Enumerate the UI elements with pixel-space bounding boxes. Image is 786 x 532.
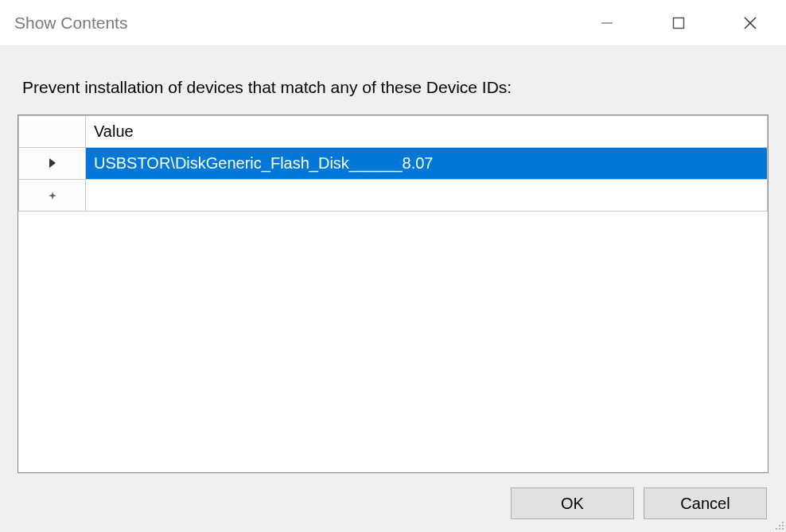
svg-marker-4 — [49, 158, 56, 168]
grid-header-row: Value — [19, 116, 768, 148]
window-controls — [571, 0, 786, 45]
instruction-label: Prevent installation of devices that mat… — [22, 78, 768, 97]
svg-point-6 — [782, 522, 784, 523]
close-icon — [742, 15, 758, 31]
minimize-button[interactable] — [571, 0, 643, 45]
svg-point-9 — [776, 528, 777, 530]
grid-row[interactable]: USBSTOR\DiskGeneric_Flash_Disk______8.07 — [19, 148, 768, 180]
dialog-buttons: OK Cancel — [18, 473, 768, 519]
grid-column-value[interactable]: Value — [86, 116, 768, 148]
minimize-icon — [600, 16, 614, 30]
svg-marker-5 — [49, 192, 56, 200]
maximize-icon — [671, 16, 686, 30]
grid-empty-area — [18, 212, 768, 472]
dialog-content: Prevent installation of devices that mat… — [0, 46, 786, 532]
svg-point-10 — [779, 528, 780, 530]
grid-row-header[interactable] — [19, 148, 86, 180]
grid-row[interactable] — [19, 180, 768, 212]
grid-corner-cell — [19, 116, 86, 148]
current-row-icon — [47, 154, 58, 173]
ok-button[interactable]: OK — [511, 487, 634, 519]
grid-cell-value[interactable] — [86, 180, 768, 212]
svg-point-11 — [782, 528, 784, 530]
resize-grip[interactable] — [772, 518, 784, 530]
svg-point-8 — [782, 525, 784, 526]
resize-grip-icon — [772, 518, 784, 530]
grid-cell-value[interactable]: USBSTOR\DiskGeneric_Flash_Disk______8.07 — [86, 148, 768, 180]
values-grid[interactable]: Value USBSTOR\DiskGeneric_Flash_Disk____… — [18, 115, 768, 473]
new-row-icon — [48, 186, 57, 204]
window-title: Show Contents — [14, 14, 127, 33]
grid-table: Value USBSTOR\DiskGeneric_Flash_Disk____… — [18, 115, 768, 212]
close-button[interactable] — [714, 0, 786, 45]
cancel-button[interactable]: Cancel — [644, 487, 767, 519]
grid-row-header[interactable] — [19, 180, 86, 212]
svg-point-7 — [779, 525, 780, 526]
maximize-button[interactable] — [643, 0, 714, 45]
titlebar: Show Contents — [0, 0, 786, 46]
svg-rect-1 — [674, 17, 684, 28]
